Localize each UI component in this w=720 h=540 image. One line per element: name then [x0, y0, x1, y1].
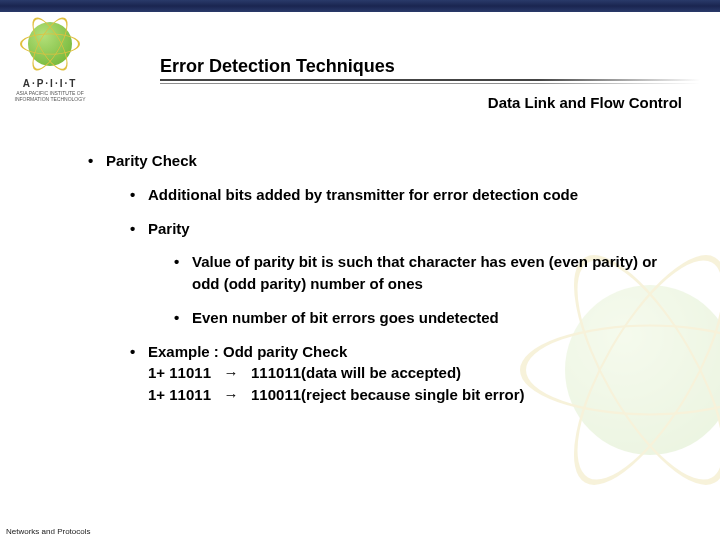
title-rule-thin	[160, 83, 700, 84]
bullet-example-lead: Example : Odd parity Check	[70, 341, 684, 363]
top-bar	[0, 0, 720, 12]
bullet-additional-bits: Additional bits added by transmitter for…	[70, 184, 684, 206]
logo-subtext: ASIA PACIFIC INSTITUTE OF INFORMATION TE…	[10, 91, 90, 102]
bullet-parity-value: Value of parity bit is such that charact…	[70, 251, 684, 295]
footer-text: Networks and Protocols	[6, 527, 90, 536]
slide-subtitle: Data Link and Flow Control	[160, 94, 682, 111]
logo: A·P·I·I·T ASIA PACIFIC INSTITUTE OF INFO…	[10, 14, 90, 134]
content-body: Parity Check Additional bits added by tr…	[70, 150, 684, 406]
example-line-2: 1+ 11011 → 110011(reject because single …	[70, 384, 684, 406]
slide-title: Error Detection Techniques	[160, 56, 700, 77]
example-2-input: 1+ 11011	[148, 386, 211, 403]
title-block: Error Detection Techniques Data Link and…	[160, 56, 700, 111]
arrow-icon: →	[224, 386, 239, 403]
logo-text: A·P·I·I·T	[10, 78, 90, 89]
example-1-output: 111011(data will be accepted)	[251, 364, 461, 381]
globe-icon	[20, 14, 80, 74]
bullet-even-errors: Even number of bit errors goes undetecte…	[70, 307, 684, 329]
example-2-output: 110011(reject because single bit error)	[251, 386, 524, 403]
title-rule	[160, 79, 700, 81]
bullet-parity: Parity	[70, 218, 684, 240]
arrow-icon: →	[224, 364, 239, 381]
example-1-input: 1+ 11011	[148, 364, 211, 381]
bullet-parity-check: Parity Check	[70, 150, 684, 172]
example-line-1: 1+ 11011 → 111011(data will be accepted)	[70, 362, 684, 384]
